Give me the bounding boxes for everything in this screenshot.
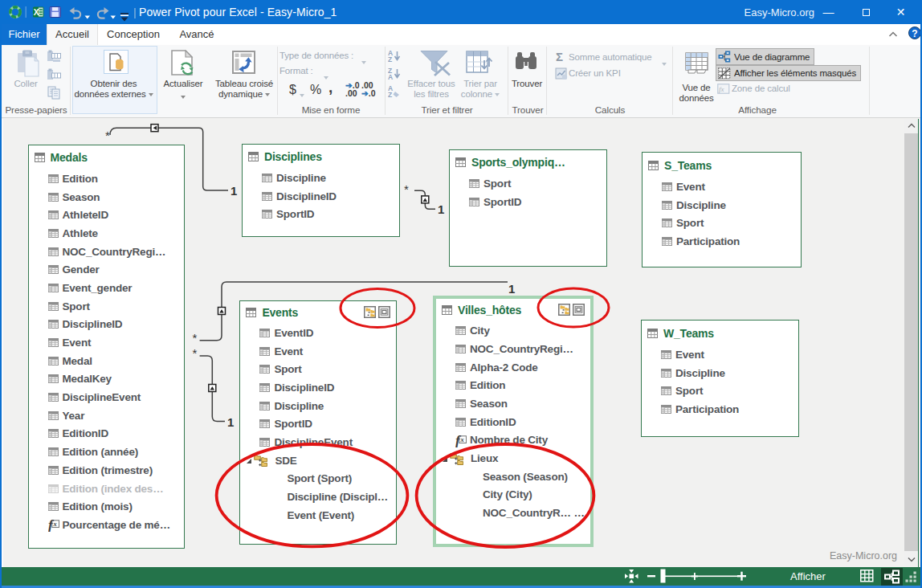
svg-text:X: X bbox=[34, 7, 39, 17]
svg-text:Z: Z bbox=[388, 91, 392, 99]
svg-text:1: 1 bbox=[508, 282, 515, 296]
svg-text:fx: fx bbox=[719, 85, 724, 93]
svg-text:*: * bbox=[105, 129, 110, 142]
svg-text:*: * bbox=[193, 331, 198, 345]
svg-text:*: * bbox=[193, 346, 198, 360]
svg-text:1: 1 bbox=[230, 184, 237, 198]
svg-text:*: * bbox=[404, 182, 409, 196]
svg-text:1: 1 bbox=[227, 415, 234, 429]
svg-text:A: A bbox=[388, 73, 393, 81]
svg-text:1: 1 bbox=[438, 202, 444, 216]
svg-text:Z: Z bbox=[388, 55, 392, 63]
